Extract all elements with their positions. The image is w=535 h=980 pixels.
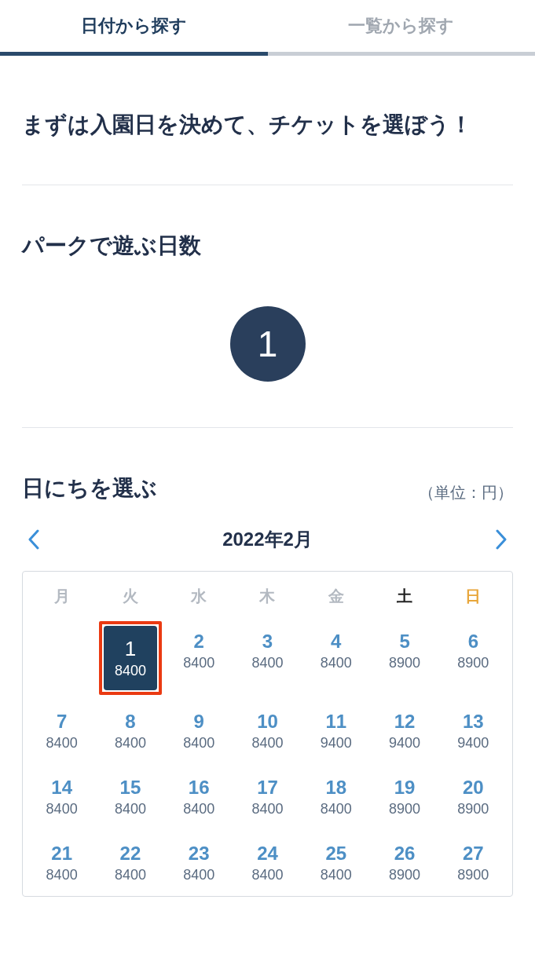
day-number: 20 bbox=[439, 777, 508, 799]
tab-underline-inactive bbox=[268, 52, 536, 56]
day-price: 8400 bbox=[96, 735, 164, 751]
weekday-cell: 木 bbox=[233, 586, 302, 618]
weekday-cell: 水 bbox=[165, 586, 233, 618]
month-label: 2022年2月 bbox=[222, 527, 313, 552]
day-price: 8400 bbox=[27, 801, 96, 817]
day-number: 21 bbox=[27, 843, 96, 865]
day-cell[interactable]: 68900 bbox=[439, 618, 508, 698]
day-price: 8400 bbox=[165, 735, 233, 751]
chevron-right-icon bbox=[495, 529, 508, 550]
day-cell[interactable]: 98400 bbox=[165, 698, 233, 764]
day-price: 8900 bbox=[370, 801, 438, 817]
day-cell[interactable]: 139400 bbox=[439, 698, 508, 764]
day-cell[interactable]: 28400 bbox=[165, 618, 233, 698]
day-price: 8400 bbox=[302, 655, 370, 671]
days-grid: 1840028400384004840058900689007840088400… bbox=[27, 618, 508, 896]
day-cell[interactable]: 208900 bbox=[439, 764, 508, 830]
day-number: 7 bbox=[27, 711, 96, 733]
day-number: 22 bbox=[96, 843, 164, 865]
day-cell[interactable]: 78400 bbox=[27, 698, 96, 764]
day-number: 12 bbox=[370, 711, 438, 733]
day-price: 9400 bbox=[370, 735, 438, 751]
day-cell[interactable]: 148400 bbox=[27, 764, 96, 830]
day-number: 3 bbox=[233, 631, 302, 653]
day-number: 1 bbox=[104, 637, 156, 661]
price-unit-label: （単位：円） bbox=[419, 482, 513, 503]
weekday-cell: 土 bbox=[370, 586, 438, 618]
prev-month-button[interactable] bbox=[22, 528, 46, 551]
day-cell[interactable]: 238400 bbox=[165, 830, 233, 896]
day-price: 8900 bbox=[439, 655, 508, 671]
day-selected-highlight: 18400 bbox=[99, 621, 161, 695]
tab-by-date[interactable]: 日付から探す bbox=[0, 0, 268, 52]
day-price: 8900 bbox=[439, 867, 508, 883]
day-number: 25 bbox=[302, 843, 370, 865]
day-number: 2 bbox=[165, 631, 233, 653]
weekday-cell: 月 bbox=[27, 586, 96, 618]
day-number: 24 bbox=[233, 843, 302, 865]
day-cell[interactable]: 48400 bbox=[302, 618, 370, 698]
day-cell[interactable]: 228400 bbox=[96, 830, 164, 896]
day-cell[interactable]: 268900 bbox=[370, 830, 438, 896]
day-price: 8400 bbox=[96, 867, 164, 883]
day-cell[interactable]: 18400 bbox=[96, 618, 164, 698]
day-price: 8400 bbox=[233, 867, 302, 883]
day-price: 8400 bbox=[233, 735, 302, 751]
day-cell[interactable]: 129400 bbox=[370, 698, 438, 764]
day-price: 9400 bbox=[439, 735, 508, 751]
day-price: 8400 bbox=[27, 735, 96, 751]
day-cell[interactable]: 258400 bbox=[302, 830, 370, 896]
days-count-badge[interactable]: 1 bbox=[230, 306, 306, 382]
weekday-cell: 日 bbox=[439, 586, 508, 618]
day-cell[interactable]: 198900 bbox=[370, 764, 438, 830]
day-number: 10 bbox=[233, 711, 302, 733]
day-price: 8900 bbox=[439, 801, 508, 817]
day-cell[interactable]: 38400 bbox=[233, 618, 302, 698]
tab-by-list[interactable]: 一覧から探す bbox=[268, 0, 536, 52]
day-number: 14 bbox=[27, 777, 96, 799]
tab-underline bbox=[0, 52, 535, 56]
day-cell[interactable]: 178400 bbox=[233, 764, 302, 830]
tab-bar: 日付から探す 一覧から探す bbox=[0, 0, 535, 52]
day-number: 6 bbox=[439, 631, 508, 653]
tab-underline-active bbox=[0, 52, 268, 56]
calendar: 月火水木金土日 18400284003840048400589006890078… bbox=[22, 571, 513, 897]
day-selected-inner: 18400 bbox=[104, 626, 156, 690]
day-number: 9 bbox=[165, 711, 233, 733]
weekday-cell: 火 bbox=[96, 586, 164, 618]
day-price: 8400 bbox=[27, 867, 96, 883]
day-number: 8 bbox=[96, 711, 164, 733]
days-section-title: パークで遊ぶ日数 bbox=[22, 185, 513, 261]
day-cell-empty bbox=[27, 618, 96, 698]
day-number: 4 bbox=[302, 631, 370, 653]
day-number: 17 bbox=[233, 777, 302, 799]
day-price: 8400 bbox=[302, 867, 370, 883]
page-headline: まずは入園日を決めて、チケットを選ぼう！ bbox=[22, 56, 513, 185]
chevron-left-icon bbox=[27, 529, 40, 550]
day-cell[interactable]: 188400 bbox=[302, 764, 370, 830]
weekday-cell: 金 bbox=[302, 586, 370, 618]
day-price: 8400 bbox=[233, 801, 302, 817]
day-cell[interactable]: 218400 bbox=[27, 830, 96, 896]
weekday-row: 月火水木金土日 bbox=[27, 586, 508, 618]
day-number: 19 bbox=[370, 777, 438, 799]
day-number: 27 bbox=[439, 843, 508, 865]
day-cell[interactable]: 58900 bbox=[370, 618, 438, 698]
day-number: 26 bbox=[370, 843, 438, 865]
next-month-button[interactable] bbox=[489, 528, 513, 551]
day-number: 18 bbox=[302, 777, 370, 799]
day-cell[interactable]: 248400 bbox=[233, 830, 302, 896]
day-cell[interactable]: 278900 bbox=[439, 830, 508, 896]
day-price: 9400 bbox=[302, 735, 370, 751]
days-count-wrap: 1 bbox=[22, 261, 513, 427]
day-cell[interactable]: 158400 bbox=[96, 764, 164, 830]
date-section-header: 日にちを選ぶ （単位：円） bbox=[22, 428, 513, 503]
day-cell[interactable]: 168400 bbox=[165, 764, 233, 830]
day-cell[interactable]: 88400 bbox=[96, 698, 164, 764]
day-number: 15 bbox=[96, 777, 164, 799]
day-number: 5 bbox=[370, 631, 438, 653]
day-cell[interactable]: 119400 bbox=[302, 698, 370, 764]
day-price: 8400 bbox=[165, 655, 233, 671]
day-cell[interactable]: 108400 bbox=[233, 698, 302, 764]
day-number: 23 bbox=[165, 843, 233, 865]
